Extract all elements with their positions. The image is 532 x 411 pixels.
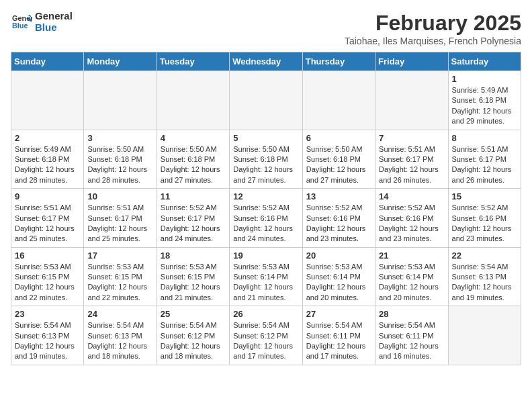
day-info: Sunrise: 5:52 AM Sunset: 6:16 PM Dayligh… [452, 203, 517, 244]
day-info: Sunrise: 5:51 AM Sunset: 6:17 PM Dayligh… [15, 203, 80, 244]
day-info: Sunrise: 5:53 AM Sunset: 6:14 PM Dayligh… [379, 262, 444, 304]
calendar-cell: 17Sunrise: 5:53 AM Sunset: 6:15 PM Dayli… [84, 247, 157, 306]
week-row-3: 9Sunrise: 5:51 AM Sunset: 6:17 PM Daylig… [11, 189, 521, 248]
logo: General Blue General Blue [11, 11, 73, 33]
calendar-cell: 3Sunrise: 5:50 AM Sunset: 6:18 PM Daylig… [84, 130, 157, 189]
day-info: Sunrise: 5:53 AM Sunset: 6:15 PM Dayligh… [15, 262, 80, 304]
day-info: Sunrise: 5:54 AM Sunset: 6:11 PM Dayligh… [379, 320, 444, 362]
day-number: 27 [306, 309, 371, 319]
title-block: February 2025 Taiohae, Iles Marquises, F… [345, 11, 521, 46]
day-number: 26 [233, 309, 298, 319]
day-info: Sunrise: 5:53 AM Sunset: 6:15 PM Dayligh… [161, 262, 226, 304]
weekday-header-monday: Monday [84, 52, 157, 71]
day-info: Sunrise: 5:54 AM Sunset: 6:12 PM Dayligh… [233, 320, 298, 362]
day-number: 19 [233, 250, 298, 261]
calendar-cell: 5Sunrise: 5:50 AM Sunset: 6:18 PM Daylig… [230, 130, 302, 189]
weekday-header-wednesday: Wednesday [230, 52, 302, 71]
weekday-header-row: SundayMondayTuesdayWednesdayThursdayFrid… [11, 52, 521, 71]
day-number: 11 [161, 191, 226, 201]
header: General Blue General Blue February 2025 … [11, 11, 521, 46]
day-number: 6 [306, 133, 371, 143]
calendar-cell [375, 71, 448, 130]
week-row-5: 23Sunrise: 5:54 AM Sunset: 6:13 PM Dayli… [11, 306, 521, 365]
calendar-cell: 19Sunrise: 5:53 AM Sunset: 6:14 PM Dayli… [230, 247, 302, 306]
logo-blue: Blue [35, 22, 73, 34]
calendar-cell: 15Sunrise: 5:52 AM Sunset: 6:16 PM Dayli… [448, 189, 521, 248]
day-number: 24 [87, 309, 152, 319]
day-info: Sunrise: 5:50 AM Sunset: 6:18 PM Dayligh… [233, 144, 298, 186]
month-year: February 2025 [345, 11, 521, 36]
weekday-header-friday: Friday [375, 52, 448, 71]
calendar-cell [448, 306, 521, 365]
day-info: Sunrise: 5:51 AM Sunset: 6:17 PM Dayligh… [452, 144, 517, 186]
calendar-cell: 20Sunrise: 5:53 AM Sunset: 6:14 PM Dayli… [302, 247, 375, 306]
day-info: Sunrise: 5:52 AM Sunset: 6:17 PM Dayligh… [161, 203, 226, 244]
day-number: 25 [161, 309, 226, 319]
day-info: Sunrise: 5:49 AM Sunset: 6:18 PM Dayligh… [15, 144, 80, 186]
calendar: SundayMondayTuesdayWednesdayThursdayFrid… [11, 52, 521, 365]
day-number: 18 [161, 250, 226, 261]
day-number: 1 [452, 74, 517, 84]
svg-text:Blue: Blue [12, 21, 28, 30]
calendar-cell: 14Sunrise: 5:52 AM Sunset: 6:16 PM Dayli… [375, 189, 448, 248]
calendar-cell: 11Sunrise: 5:52 AM Sunset: 6:17 PM Dayli… [157, 189, 229, 248]
day-info: Sunrise: 5:52 AM Sunset: 6:16 PM Dayligh… [379, 203, 444, 244]
calendar-cell [84, 71, 157, 130]
day-number: 9 [15, 191, 80, 201]
calendar-cell: 16Sunrise: 5:53 AM Sunset: 6:15 PM Dayli… [11, 247, 84, 306]
calendar-cell [302, 71, 375, 130]
day-info: Sunrise: 5:50 AM Sunset: 6:18 PM Dayligh… [87, 144, 152, 186]
calendar-cell: 24Sunrise: 5:54 AM Sunset: 6:13 PM Dayli… [84, 306, 157, 365]
day-number: 7 [379, 133, 444, 143]
day-number: 16 [15, 250, 80, 261]
calendar-cell: 28Sunrise: 5:54 AM Sunset: 6:11 PM Dayli… [375, 306, 448, 365]
day-number: 10 [87, 191, 152, 201]
day-number: 15 [452, 191, 517, 201]
day-info: Sunrise: 5:51 AM Sunset: 6:17 PM Dayligh… [379, 144, 444, 186]
calendar-cell: 4Sunrise: 5:50 AM Sunset: 6:18 PM Daylig… [157, 130, 229, 189]
day-number: 14 [379, 191, 444, 201]
day-number: 20 [306, 250, 371, 261]
day-number: 28 [379, 309, 444, 319]
day-info: Sunrise: 5:53 AM Sunset: 6:15 PM Dayligh… [87, 262, 152, 304]
day-info: Sunrise: 5:50 AM Sunset: 6:18 PM Dayligh… [161, 144, 226, 186]
day-number: 12 [233, 191, 298, 201]
calendar-cell: 27Sunrise: 5:54 AM Sunset: 6:11 PM Dayli… [302, 306, 375, 365]
day-info: Sunrise: 5:54 AM Sunset: 6:11 PM Dayligh… [306, 320, 371, 362]
calendar-cell: 6Sunrise: 5:50 AM Sunset: 6:18 PM Daylig… [302, 130, 375, 189]
week-row-1: 1Sunrise: 5:49 AM Sunset: 6:18 PM Daylig… [11, 71, 521, 130]
calendar-cell [157, 71, 229, 130]
day-number: 2 [15, 133, 80, 143]
calendar-cell: 22Sunrise: 5:54 AM Sunset: 6:13 PM Dayli… [448, 247, 521, 306]
calendar-cell: 26Sunrise: 5:54 AM Sunset: 6:12 PM Dayli… [230, 306, 302, 365]
week-row-4: 16Sunrise: 5:53 AM Sunset: 6:15 PM Dayli… [11, 247, 521, 306]
day-number: 17 [87, 250, 152, 261]
weekday-header-thursday: Thursday [302, 52, 375, 71]
day-info: Sunrise: 5:54 AM Sunset: 6:12 PM Dayligh… [161, 320, 226, 362]
day-info: Sunrise: 5:52 AM Sunset: 6:16 PM Dayligh… [233, 203, 298, 244]
day-info: Sunrise: 5:53 AM Sunset: 6:14 PM Dayligh… [306, 262, 371, 304]
calendar-cell: 10Sunrise: 5:51 AM Sunset: 6:17 PM Dayli… [84, 189, 157, 248]
day-info: Sunrise: 5:54 AM Sunset: 6:13 PM Dayligh… [452, 262, 517, 304]
day-number: 4 [161, 133, 226, 143]
calendar-cell: 13Sunrise: 5:52 AM Sunset: 6:16 PM Dayli… [302, 189, 375, 248]
day-info: Sunrise: 5:49 AM Sunset: 6:18 PM Dayligh… [452, 85, 517, 127]
location: Taiohae, Iles Marquises, French Polynesi… [345, 36, 521, 46]
logo-general: General [35, 11, 73, 22]
calendar-cell: 8Sunrise: 5:51 AM Sunset: 6:17 PM Daylig… [448, 130, 521, 189]
weekday-header-saturday: Saturday [448, 52, 521, 71]
day-info: Sunrise: 5:50 AM Sunset: 6:18 PM Dayligh… [306, 144, 371, 186]
calendar-cell [230, 71, 302, 130]
calendar-cell: 1Sunrise: 5:49 AM Sunset: 6:18 PM Daylig… [448, 71, 521, 130]
day-info: Sunrise: 5:51 AM Sunset: 6:17 PM Dayligh… [87, 203, 152, 244]
calendar-cell: 2Sunrise: 5:49 AM Sunset: 6:18 PM Daylig… [11, 130, 84, 189]
day-info: Sunrise: 5:54 AM Sunset: 6:13 PM Dayligh… [15, 320, 80, 362]
day-info: Sunrise: 5:53 AM Sunset: 6:14 PM Dayligh… [233, 262, 298, 304]
day-number: 8 [452, 133, 517, 143]
calendar-cell: 9Sunrise: 5:51 AM Sunset: 6:17 PM Daylig… [11, 189, 84, 248]
day-number: 3 [87, 133, 152, 143]
week-row-2: 2Sunrise: 5:49 AM Sunset: 6:18 PM Daylig… [11, 130, 521, 189]
day-number: 23 [15, 309, 80, 319]
calendar-cell: 25Sunrise: 5:54 AM Sunset: 6:12 PM Dayli… [157, 306, 229, 365]
weekday-header-sunday: Sunday [11, 52, 84, 71]
